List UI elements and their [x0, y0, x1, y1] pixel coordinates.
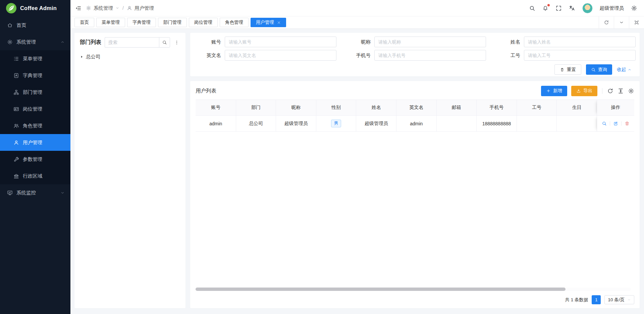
tab-label: 岗位管理: [194, 19, 212, 25]
pagination-total: 共 1 条数据: [565, 297, 588, 303]
fold-sidebar-icon[interactable]: [75, 5, 82, 11]
search-icon[interactable]: [529, 5, 535, 11]
sidebar-item-user[interactable]: 用户管理: [0, 134, 70, 151]
sidebar-item-label: 字典管理: [23, 72, 42, 79]
table-cell: [437, 116, 477, 132]
tab-用户管理[interactable]: 用户管理: [251, 18, 286, 27]
collapse-filter-link[interactable]: 收起: [617, 67, 632, 73]
export-button[interactable]: 导出: [571, 86, 597, 96]
field-label: 手机号: [340, 52, 374, 59]
settings-gear-icon[interactable]: [631, 5, 637, 11]
sidebar-item-menu[interactable]: 菜单管理: [0, 50, 70, 67]
refresh-table-icon[interactable]: [607, 88, 613, 94]
delete-icon[interactable]: [625, 121, 630, 126]
refresh-tab-button[interactable]: [599, 16, 614, 28]
table-title: 用户列表: [196, 87, 216, 95]
list-icon: [13, 56, 19, 62]
maximize-content-button[interactable]: [629, 16, 644, 28]
page-size-value: 10 条/页: [608, 297, 625, 303]
table-cell: 总公司: [236, 116, 276, 132]
breadcrumb: 系统管理 / 用户管理: [86, 5, 154, 11]
page-button-1[interactable]: 1: [592, 295, 601, 304]
field-input-账号[interactable]: [225, 37, 336, 47]
tab-菜单管理[interactable]: 菜单管理: [96, 18, 125, 27]
filter-field-账号: 账号: [190, 37, 336, 47]
tab-岗位管理[interactable]: 岗位管理: [189, 18, 218, 27]
caret-right-icon: [80, 55, 84, 59]
query-button-label: 查询: [598, 67, 607, 73]
field-input-英文名[interactable]: [225, 50, 336, 61]
sidebar-item-role[interactable]: 角色管理: [0, 117, 70, 134]
filter-field-昵称: 昵称: [340, 37, 486, 47]
field-input-工号[interactable]: [524, 50, 636, 61]
download-icon: [576, 88, 581, 93]
field-input-姓名[interactable]: [524, 37, 636, 47]
view-icon[interactable]: [602, 121, 607, 126]
avatar[interactable]: [582, 3, 593, 13]
sidebar-item-param[interactable]: 参数管理: [0, 151, 70, 168]
username[interactable]: 超级管理员: [600, 5, 624, 11]
topbar: 系统管理 / 用户管理 超级管理员: [70, 0, 644, 16]
field-input-昵称[interactable]: [374, 37, 486, 47]
query-button[interactable]: 查询: [586, 64, 612, 75]
sidebar-item-label: 岗位管理: [23, 106, 42, 112]
fullscreen-icon[interactable]: [555, 5, 562, 11]
sidebar-item-label: 用户管理: [23, 139, 42, 146]
department-more-button[interactable]: [173, 37, 180, 48]
table-cell-actions: [597, 116, 634, 132]
department-search-button[interactable]: [159, 37, 170, 48]
chevron-down-icon: [627, 298, 631, 302]
table-settings-gear-icon[interactable]: [628, 88, 634, 94]
edit-icon[interactable]: [613, 121, 618, 126]
column-header-工号: 工号: [517, 100, 557, 116]
sidebar-item-monitor[interactable]: 系统监控: [0, 184, 70, 201]
column-header-性别: 性别: [316, 100, 357, 116]
tab-字典管理[interactable]: 字典管理: [127, 18, 156, 27]
breadcrumb-section[interactable]: 系统管理: [94, 5, 113, 11]
sidebar-menu: 首页系统管理菜单管理字典管理部门管理岗位管理角色管理用户管理参数管理行政区域系统…: [0, 17, 70, 201]
tree-item-总公司[interactable]: 总公司: [80, 52, 180, 61]
sidebar-item-dept[interactable]: 部门管理: [0, 84, 70, 101]
sidebar-item-region[interactable]: 行政区域: [0, 168, 70, 184]
wrench-icon: [13, 156, 19, 162]
filter-field-英文名: 英文名: [190, 50, 336, 61]
chevron-down-icon[interactable]: [115, 6, 119, 10]
sidebar: Coffee Admin 首页系统管理菜单管理字典管理部门管理岗位管理角色管理用…: [0, 0, 70, 314]
notifications-button[interactable]: [542, 5, 548, 11]
chevron-down-icon: [60, 191, 65, 195]
table-cell: [517, 116, 557, 132]
user-icon: [13, 140, 19, 145]
tab-label: 菜单管理: [102, 19, 120, 25]
scrollbar-thumb[interactable]: [196, 288, 566, 291]
user-table-panel: 用户列表 新增 导出: [190, 81, 640, 308]
add-user-button[interactable]: 新增: [541, 86, 567, 96]
row-height-icon[interactable]: [618, 88, 624, 94]
plus-icon: [546, 88, 551, 93]
roles-icon: [13, 123, 19, 129]
tab-部门管理[interactable]: 部门管理: [158, 18, 187, 27]
department-search: [105, 37, 170, 48]
close-icon: [277, 21, 281, 24]
sidebar-item-system[interactable]: 系统管理: [0, 34, 70, 50]
tab-menu-button[interactable]: [614, 16, 629, 28]
field-label: 英文名: [190, 52, 225, 59]
page-size-select[interactable]: 10 条/页: [604, 295, 634, 304]
table-row: admin总公司超级管理员男超级管理员admin18888888888: [196, 116, 634, 132]
sidebar-item-dict[interactable]: 字典管理: [0, 67, 70, 84]
chevron-up-icon: [628, 68, 632, 72]
field-input-手机号[interactable]: [374, 50, 486, 61]
tab-首页[interactable]: 首页: [74, 18, 94, 27]
app-logo[interactable]: Coffee Admin: [0, 0, 70, 16]
sidebar-item-post[interactable]: 岗位管理: [0, 101, 70, 117]
translate-icon[interactable]: [569, 5, 575, 11]
sidebar-item-label: 系统监控: [16, 190, 36, 196]
reset-button[interactable]: 重置: [554, 64, 581, 75]
table-empty-space: [196, 132, 634, 288]
tabs: 首页菜单管理字典管理部门管理岗位管理角色管理用户管理: [74, 18, 286, 27]
breadcrumb-separator: /: [122, 5, 124, 11]
sidebar-item-home[interactable]: 首页: [0, 17, 70, 34]
column-header-部门: 部门: [236, 100, 276, 116]
tab-角色管理[interactable]: 角色管理: [220, 18, 249, 27]
user-icon: [127, 5, 132, 11]
department-search-input[interactable]: [105, 37, 159, 48]
